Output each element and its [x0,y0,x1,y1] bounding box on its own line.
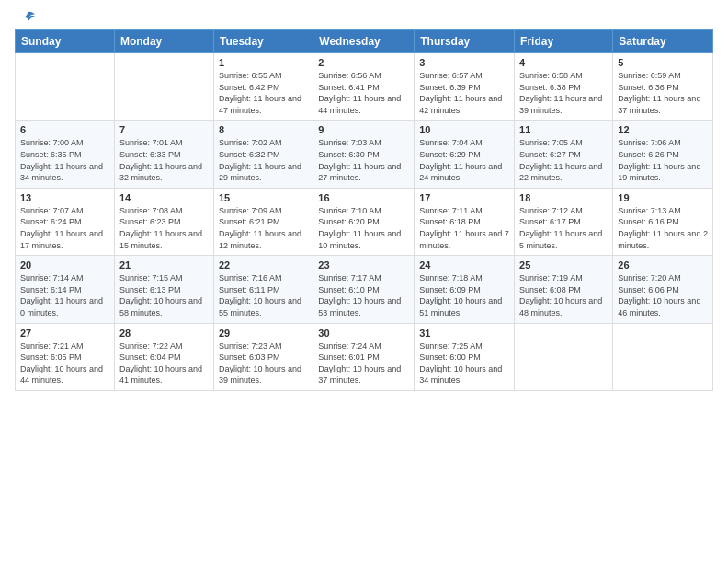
calendar-cell: 10Sunrise: 7:04 AM Sunset: 6:29 PM Dayli… [415,121,515,188]
day-detail: Sunrise: 7:21 AM Sunset: 6:05 PM Dayligh… [20,340,109,386]
calendar-week-row: 20Sunrise: 7:14 AM Sunset: 6:14 PM Dayli… [16,256,713,323]
calendar-week-row: 1Sunrise: 6:55 AM Sunset: 6:42 PM Daylig… [16,53,713,121]
day-detail: Sunrise: 7:03 AM Sunset: 6:30 PM Dayligh… [318,137,409,183]
calendar-cell [515,323,613,390]
day-detail: Sunrise: 6:56 AM Sunset: 6:41 PM Dayligh… [318,70,409,116]
calendar-cell: 18Sunrise: 7:12 AM Sunset: 6:17 PM Dayli… [515,188,613,255]
calendar-cell [114,53,213,121]
day-detail: Sunrise: 6:59 AM Sunset: 6:36 PM Dayligh… [618,70,708,116]
day-detail: Sunrise: 7:20 AM Sunset: 6:06 PM Dayligh… [618,272,708,318]
day-detail: Sunrise: 7:24 AM Sunset: 6:01 PM Dayligh… [318,340,409,386]
calendar-cell [16,53,115,121]
header [15,9,713,24]
logo [15,9,37,24]
day-number: 17 [419,192,509,203]
day-number: 29 [219,327,308,339]
day-number: 12 [618,124,708,135]
calendar-week-row: 6Sunrise: 7:00 AM Sunset: 6:35 PM Daylig… [16,121,713,188]
day-detail: Sunrise: 7:19 AM Sunset: 6:08 PM Dayligh… [519,272,608,318]
calendar-cell: 25Sunrise: 7:19 AM Sunset: 6:08 PM Dayli… [515,256,613,323]
day-number: 15 [219,192,308,203]
day-detail: Sunrise: 7:22 AM Sunset: 6:04 PM Dayligh… [119,340,209,386]
day-number: 30 [318,327,409,339]
calendar-cell: 12Sunrise: 7:06 AM Sunset: 6:26 PM Dayli… [613,121,713,188]
day-number: 25 [519,259,608,270]
day-detail: Sunrise: 7:05 AM Sunset: 6:27 PM Dayligh… [519,137,608,183]
calendar-cell: 31Sunrise: 7:25 AM Sunset: 6:00 PM Dayli… [415,323,515,390]
day-number: 9 [318,124,409,135]
day-detail: Sunrise: 7:07 AM Sunset: 6:24 PM Dayligh… [20,205,109,251]
calendar-cell: 9Sunrise: 7:03 AM Sunset: 6:30 PM Daylig… [313,121,415,188]
day-number: 24 [419,259,509,270]
day-detail: Sunrise: 7:17 AM Sunset: 6:10 PM Dayligh… [318,272,409,318]
day-number: 5 [618,57,708,68]
day-number: 27 [20,327,109,339]
weekday-header-thursday: Thursday [415,30,515,53]
calendar-cell: 4Sunrise: 6:58 AM Sunset: 6:38 PM Daylig… [515,53,613,121]
calendar-cell: 3Sunrise: 6:57 AM Sunset: 6:39 PM Daylig… [415,53,515,121]
day-number: 22 [219,259,308,270]
calendar-cell: 14Sunrise: 7:08 AM Sunset: 6:23 PM Dayli… [114,188,213,255]
calendar-cell: 7Sunrise: 7:01 AM Sunset: 6:33 PM Daylig… [114,121,213,188]
day-number: 4 [519,57,608,68]
calendar-cell: 24Sunrise: 7:18 AM Sunset: 6:09 PM Dayli… [415,256,515,323]
day-number: 3 [419,57,509,68]
day-detail: Sunrise: 7:11 AM Sunset: 6:18 PM Dayligh… [419,205,509,251]
day-detail: Sunrise: 7:01 AM Sunset: 6:33 PM Dayligh… [119,137,209,183]
calendar-cell: 20Sunrise: 7:14 AM Sunset: 6:14 PM Dayli… [16,256,115,323]
day-detail: Sunrise: 7:23 AM Sunset: 6:03 PM Dayligh… [219,340,308,386]
day-number: 21 [119,259,209,270]
calendar-cell: 5Sunrise: 6:59 AM Sunset: 6:36 PM Daylig… [613,53,713,121]
day-detail: Sunrise: 7:06 AM Sunset: 6:26 PM Dayligh… [618,137,708,183]
day-detail: Sunrise: 7:08 AM Sunset: 6:23 PM Dayligh… [119,205,209,251]
day-detail: Sunrise: 6:57 AM Sunset: 6:39 PM Dayligh… [419,70,509,116]
day-number: 31 [419,327,509,339]
day-number: 14 [119,192,209,203]
weekday-header-monday: Monday [114,30,213,53]
calendar-cell: 13Sunrise: 7:07 AM Sunset: 6:24 PM Dayli… [16,188,115,255]
day-number: 19 [618,192,708,203]
day-number: 1 [219,57,308,68]
day-number: 20 [20,259,109,270]
calendar-cell: 11Sunrise: 7:05 AM Sunset: 6:27 PM Dayli… [515,121,613,188]
day-number: 28 [119,327,209,339]
day-number: 8 [219,124,308,135]
day-number: 18 [519,192,608,203]
calendar-cell [613,323,713,390]
calendar-cell: 2Sunrise: 6:56 AM Sunset: 6:41 PM Daylig… [313,53,415,121]
weekday-header-sunday: Sunday [16,30,115,53]
calendar-cell: 6Sunrise: 7:00 AM Sunset: 6:35 PM Daylig… [16,121,115,188]
calendar-cell: 28Sunrise: 7:22 AM Sunset: 6:04 PM Dayli… [114,323,213,390]
day-detail: Sunrise: 7:02 AM Sunset: 6:32 PM Dayligh… [219,137,308,183]
day-detail: Sunrise: 7:16 AM Sunset: 6:11 PM Dayligh… [219,272,308,318]
calendar-cell: 19Sunrise: 7:13 AM Sunset: 6:16 PM Dayli… [613,188,713,255]
day-number: 16 [318,192,409,203]
day-number: 10 [419,124,509,135]
calendar-cell: 23Sunrise: 7:17 AM Sunset: 6:10 PM Dayli… [313,256,415,323]
day-detail: Sunrise: 7:00 AM Sunset: 6:35 PM Dayligh… [20,137,109,183]
weekday-header-wednesday: Wednesday [313,30,415,53]
calendar-week-row: 13Sunrise: 7:07 AM Sunset: 6:24 PM Dayli… [16,188,713,255]
calendar-cell: 15Sunrise: 7:09 AM Sunset: 6:21 PM Dayli… [213,188,313,255]
day-detail: Sunrise: 7:13 AM Sunset: 6:16 PM Dayligh… [618,205,708,251]
weekday-header-tuesday: Tuesday [213,30,313,53]
weekday-header-saturday: Saturday [613,30,713,53]
calendar-table: SundayMondayTuesdayWednesdayThursdayFrid… [15,29,713,391]
calendar-cell: 21Sunrise: 7:15 AM Sunset: 6:13 PM Dayli… [114,256,213,323]
calendar-cell: 30Sunrise: 7:24 AM Sunset: 6:01 PM Dayli… [313,323,415,390]
day-number: 2 [318,57,409,68]
day-number: 26 [618,259,708,270]
day-number: 7 [119,124,209,135]
day-detail: Sunrise: 7:09 AM Sunset: 6:21 PM Dayligh… [219,205,308,251]
day-detail: Sunrise: 7:12 AM Sunset: 6:17 PM Dayligh… [519,205,608,251]
day-detail: Sunrise: 6:55 AM Sunset: 6:42 PM Dayligh… [219,70,308,116]
calendar-cell: 17Sunrise: 7:11 AM Sunset: 6:18 PM Dayli… [415,188,515,255]
logo-bird-icon [18,9,37,28]
day-detail: Sunrise: 7:10 AM Sunset: 6:20 PM Dayligh… [318,205,409,251]
calendar-cell: 29Sunrise: 7:23 AM Sunset: 6:03 PM Dayli… [213,323,313,390]
calendar-week-row: 27Sunrise: 7:21 AM Sunset: 6:05 PM Dayli… [16,323,713,390]
day-detail: Sunrise: 7:15 AM Sunset: 6:13 PM Dayligh… [119,272,209,318]
calendar-header-row: SundayMondayTuesdayWednesdayThursdayFrid… [16,30,713,53]
day-detail: Sunrise: 7:14 AM Sunset: 6:14 PM Dayligh… [20,272,109,318]
day-detail: Sunrise: 7:25 AM Sunset: 6:00 PM Dayligh… [419,340,509,386]
